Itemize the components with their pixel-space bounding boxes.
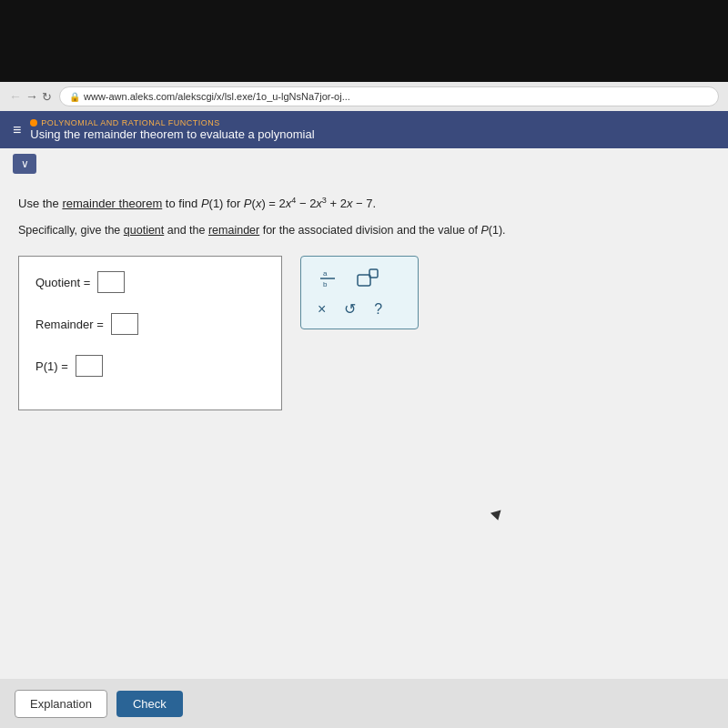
undo-button[interactable]: ↺ [340, 298, 359, 319]
input-container: Quotient = Remainder = P(1) = [18, 256, 710, 410]
check-button[interactable]: Check [116, 691, 183, 717]
p1-label: P(1) = [35, 359, 68, 373]
header-category: POLYNOMIAL AND RATIONAL FUNCTIONS [30, 118, 314, 127]
superscript-button[interactable] [352, 266, 383, 289]
black-top-overlay [0, 0, 728, 82]
svg-text:a: a [323, 269, 328, 278]
explanation-button[interactable]: Explanation [15, 690, 107, 718]
remainder-theorem-link[interactable]: remainder theorem [62, 197, 162, 210]
fraction-icon: a b [318, 268, 338, 288]
superscript-icon [356, 268, 379, 288]
url-text: www-awn.aleks.com/alekscgi/x/lsl.exe/1o_… [84, 91, 350, 102]
undo-icon: ↺ [344, 300, 356, 318]
quotient-row: Quotient = [35, 271, 265, 293]
remainder-row: Remainder = [35, 313, 265, 335]
browser-bar: ← → ↻ 🔒 www-awn.aleks.com/alekscgi/x/lsl… [0, 82, 728, 111]
specific-instruction: Specifically, give the quotient and the … [18, 221, 710, 239]
cursor-arrow [490, 511, 503, 522]
problem-instruction: Use the remainder theorem to find P(1) f… [18, 194, 710, 214]
expand-button[interactable]: ∨ [13, 154, 36, 174]
remainder-input[interactable] [111, 313, 138, 335]
back-arrow[interactable]: ← [9, 89, 22, 104]
toolbar-row-2: × ↺ ? [314, 298, 405, 319]
help-button[interactable]: ? [370, 299, 386, 319]
p1-row: P(1) = [35, 355, 265, 377]
content-area: ≡ POLYNOMIAL AND RATIONAL FUNCTIONS Usin… [0, 111, 728, 728]
input-box: Quotient = Remainder = P(1) = [18, 256, 282, 410]
hamburger-icon[interactable]: ≡ [13, 122, 21, 138]
header-title: Using the remainder theorem to evaluate … [30, 127, 314, 141]
help-icon: ? [374, 301, 382, 318]
header-bar: ≡ POLYNOMIAL AND RATIONAL FUNCTIONS Usin… [0, 111, 728, 148]
quotient-input[interactable] [97, 271, 125, 293]
clear-icon: × [318, 301, 326, 318]
quotient-link[interactable]: quotient [124, 224, 164, 237]
problem-area: Use the remainder theorem to find P(1) f… [0, 179, 728, 425]
toolbar-row-1: a b [314, 266, 405, 289]
lock-icon: 🔒 [69, 92, 80, 102]
remainder-link[interactable]: remainder [208, 224, 259, 237]
p1-input[interactable] [76, 355, 103, 377]
address-bar[interactable]: 🔒 www-awn.aleks.com/alekscgi/x/lsl.exe/1… [59, 86, 719, 106]
svg-text:b: b [323, 280, 328, 288]
fraction-button[interactable]: a b [314, 266, 341, 289]
orange-dot [30, 119, 37, 126]
header-text-block: POLYNOMIAL AND RATIONAL FUNCTIONS Using … [30, 118, 314, 141]
forward-arrow[interactable]: → [25, 89, 38, 104]
remainder-label: Remainder = [35, 318, 104, 331]
svg-rect-3 [358, 275, 370, 286]
browser-nav: ← → ↻ [9, 89, 52, 104]
clear-button[interactable]: × [314, 299, 329, 319]
math-toolbar: a b × [300, 256, 419, 329]
quotient-label: Quotient = [35, 276, 90, 289]
bottom-bar: Explanation Check [0, 679, 728, 728]
refresh-icon[interactable]: ↻ [42, 90, 52, 104]
